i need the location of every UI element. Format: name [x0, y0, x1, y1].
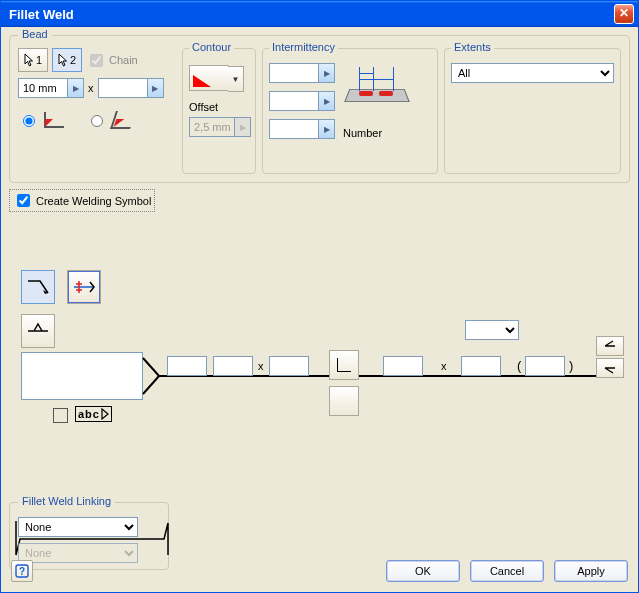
- spin-arrow-icon[interactable]: ▶: [67, 79, 83, 97]
- linking-group: Fillet Weld Linking None None: [9, 502, 169, 570]
- tail-swap-down-button[interactable]: [596, 358, 624, 378]
- arrow-side-button[interactable]: [21, 314, 55, 348]
- intermittency-diagram-icon: [343, 63, 413, 119]
- abc-label: abc: [78, 408, 100, 420]
- swap-up-icon: [603, 339, 617, 353]
- chain-checkbox[interactable]: [90, 54, 103, 67]
- fillet-square-icon: [42, 108, 68, 130]
- help-button[interactable]: ?: [11, 560, 33, 582]
- swap-down-icon: [603, 361, 617, 375]
- select-2-button[interactable]: 2: [52, 48, 82, 72]
- offset-spin: ▶: [189, 117, 251, 137]
- fillet-skew-icon: [110, 108, 136, 130]
- linking-legend: Fillet Weld Linking: [18, 495, 115, 507]
- symbol-field-a2[interactable]: [213, 356, 253, 376]
- placement-icon: [72, 277, 96, 297]
- bead-size-spin[interactable]: ▶: [18, 78, 84, 98]
- contour-group: Contour ▼ Offset ▶: [182, 48, 256, 174]
- contour-legend: Contour: [189, 41, 234, 53]
- number-label: Number: [343, 127, 413, 139]
- symbol-field-a3[interactable]: [269, 356, 309, 376]
- cursor-icon: [58, 53, 68, 67]
- select-2-label: 2: [70, 54, 76, 66]
- intermit-field1[interactable]: ▶: [269, 63, 335, 83]
- intermittency-group: Intermittency ▶ ▶: [262, 48, 438, 174]
- spin-arrow-icon: ▶: [234, 118, 250, 136]
- paren-close: ): [569, 358, 573, 373]
- extents-legend: Extents: [451, 41, 494, 53]
- symbol-type-button-top[interactable]: [329, 350, 359, 380]
- tail-swap-up-button[interactable]: [596, 336, 624, 356]
- titlebar: Fillet Weld ✕: [1, 1, 638, 27]
- fillet-symbol-icon: [337, 358, 351, 372]
- spin-arrow-icon[interactable]: ▶: [318, 120, 334, 138]
- leader-style-button[interactable]: [21, 270, 55, 304]
- chain-label: Chain: [109, 54, 138, 66]
- all-around-toggle[interactable]: [53, 408, 68, 423]
- select-1-button[interactable]: 1: [18, 48, 48, 72]
- svg-text:?: ?: [19, 566, 25, 577]
- bead-legend: Bead: [18, 28, 52, 40]
- spin-arrow-icon[interactable]: ▶: [318, 64, 334, 82]
- radio-a[interactable]: [23, 115, 35, 127]
- window-title: Fillet Weld: [9, 7, 614, 22]
- create-symbol-check[interactable]: [17, 194, 30, 207]
- intermit-field3[interactable]: ▶: [269, 119, 335, 139]
- bead-group: Bead 1: [9, 35, 630, 183]
- symbol-combo[interactable]: [465, 320, 519, 340]
- offset-label: Offset: [189, 101, 249, 113]
- chevron-down-icon[interactable]: ▼: [228, 66, 244, 92]
- note-arrow-icon: [101, 408, 109, 420]
- sep-x: x: [258, 360, 264, 372]
- close-button[interactable]: ✕: [614, 4, 634, 24]
- apply-button[interactable]: Apply: [554, 560, 628, 582]
- ok-button[interactable]: OK: [386, 560, 460, 582]
- fillet-weld-dialog: Fillet Weld ✕ Bead 1: [0, 0, 639, 593]
- symbol-type-button-bottom[interactable]: [329, 386, 359, 416]
- intermit-input1[interactable]: [270, 64, 318, 82]
- chain-checkbox-wrap[interactable]: Chain: [86, 51, 138, 70]
- weld-type-a-radio[interactable]: [18, 108, 68, 130]
- cancel-button[interactable]: Cancel: [470, 560, 544, 582]
- bead-sep: x: [88, 82, 94, 94]
- symbol-field-b2[interactable]: [461, 356, 501, 376]
- help-icon: ?: [15, 564, 29, 578]
- bead-size-input[interactable]: [19, 79, 67, 97]
- sep-x2: x: [441, 360, 447, 372]
- intermit-input3[interactable]: [270, 120, 318, 138]
- select-1-label: 1: [36, 54, 42, 66]
- spin-arrow-icon[interactable]: ▶: [318, 92, 334, 110]
- radio-b[interactable]: [91, 115, 103, 127]
- extents-select[interactable]: All: [451, 63, 614, 83]
- intermit-input2[interactable]: [270, 92, 318, 110]
- symbol-field-b1[interactable]: [383, 356, 423, 376]
- welding-symbol-area: x x ( ) abc: [9, 258, 630, 458]
- leader-arrow-icon: [26, 277, 50, 297]
- paren-open: (: [517, 358, 521, 373]
- cursor-icon: [24, 53, 34, 67]
- linking-secondary-select: None: [18, 543, 138, 563]
- contour-dropdown[interactable]: ▼: [189, 65, 229, 91]
- symbol-field-b3[interactable]: [525, 356, 565, 376]
- spin-arrow-icon[interactable]: ▶: [147, 79, 163, 97]
- symbol-field-a1[interactable]: [167, 356, 207, 376]
- bead-selection-column: 1 2 Chain: [18, 48, 176, 174]
- weld-type-b-radio[interactable]: [86, 108, 136, 130]
- create-welding-symbol-checkbox[interactable]: Create Welding Symbol: [9, 189, 155, 212]
- arrow-side-icon: [26, 321, 50, 341]
- create-symbol-label: Create Welding Symbol: [36, 195, 151, 207]
- placement-button[interactable]: [67, 270, 101, 304]
- extents-group: Extents All: [444, 48, 621, 174]
- offset-input: [190, 118, 234, 136]
- note-toggle[interactable]: abc: [75, 406, 112, 422]
- bead-size2-input[interactable]: [99, 79, 147, 97]
- bead-size2-spin[interactable]: ▶: [98, 78, 164, 98]
- intermit-field2[interactable]: ▶: [269, 91, 335, 111]
- button-bar: OK Cancel Apply: [386, 560, 628, 582]
- contour-triangle-icon: [193, 75, 211, 87]
- intermittency-legend: Intermittency: [269, 41, 338, 53]
